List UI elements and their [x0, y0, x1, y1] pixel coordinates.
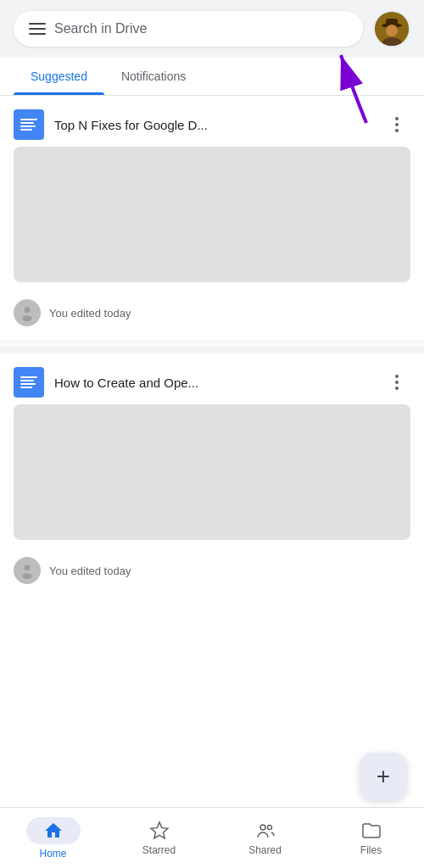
nav-label-starred: Starred	[142, 844, 176, 856]
people-icon	[255, 821, 276, 841]
svg-point-11	[267, 825, 271, 829]
home-icon	[43, 821, 64, 841]
hamburger-icon[interactable]	[29, 23, 46, 35]
svg-point-6	[25, 307, 31, 313]
search-input-label[interactable]: Search in Drive	[54, 21, 348, 36]
avatar[interactable]	[373, 10, 410, 47]
header: Search in Drive	[0, 0, 424, 58]
star-icon	[149, 821, 170, 841]
file-card-1: Top N Fixes for Google D... You edited t…	[0, 96, 424, 340]
nav-label-files: Files	[360, 844, 382, 856]
nav-item-files[interactable]: Files	[318, 808, 424, 868]
tabs-container: Suggested Notifications	[0, 58, 424, 96]
file-thumbnail-2[interactable]	[14, 404, 410, 540]
tab-notifications[interactable]: Notifications	[104, 58, 203, 95]
nav-label-shared: Shared	[248, 844, 282, 856]
folder-icon	[361, 821, 382, 841]
file-card-2: How to Create and Ope... You edited toda…	[0, 353, 424, 598]
file-meta-2: You edited today	[0, 550, 424, 598]
file-title-2: How to Create and Ope...	[54, 376, 373, 390]
doc-icon-2	[14, 367, 44, 398]
svg-point-3	[386, 25, 398, 36]
fab-add-button[interactable]: +	[360, 753, 407, 800]
file-meta-1: You edited today	[0, 292, 424, 340]
bottom-nav: Home Starred Shared Files	[0, 807, 424, 868]
content-area: Top N Fixes for Google D... You edited t…	[0, 96, 424, 598]
fab-plus-icon: +	[377, 765, 390, 788]
file-edited-1: You edited today	[49, 307, 131, 320]
file-header-1: Top N Fixes for Google D...	[0, 96, 424, 147]
avatar-image	[375, 12, 409, 46]
file-edited-2: You edited today	[49, 565, 131, 577]
more-options-1[interactable]	[383, 111, 410, 138]
divider-1	[0, 347, 424, 353]
file-header-2: How to Create and Ope...	[0, 353, 424, 404]
nav-item-starred[interactable]: Starred	[106, 808, 212, 868]
nav-item-home[interactable]: Home	[0, 808, 106, 868]
svg-point-8	[25, 565, 31, 570]
doc-icon-1	[14, 109, 44, 140]
file-thumbnail-1[interactable]	[14, 147, 410, 282]
svg-point-7	[22, 315, 32, 321]
nav-label-home: Home	[39, 848, 66, 860]
user-avatar-1	[14, 299, 41, 326]
file-title-1: Top N Fixes for Google D...	[54, 118, 373, 132]
nav-item-shared[interactable]: Shared	[212, 808, 318, 868]
more-options-2[interactable]	[383, 369, 410, 396]
user-avatar-2	[14, 557, 41, 584]
tab-suggested[interactable]: Suggested	[14, 58, 104, 95]
svg-point-9	[22, 573, 32, 579]
search-bar[interactable]: Search in Drive	[14, 11, 363, 47]
svg-point-10	[260, 825, 265, 830]
